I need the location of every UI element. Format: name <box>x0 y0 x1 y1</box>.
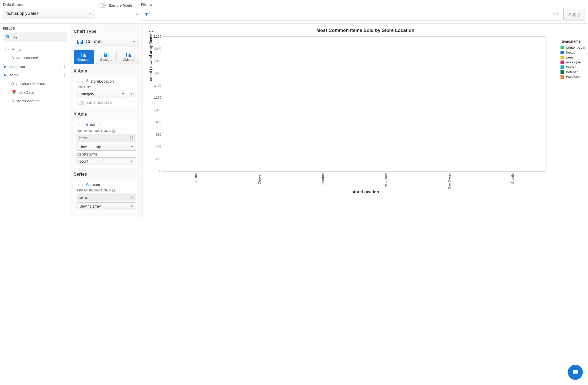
series-field-name: name <box>91 182 100 187</box>
legend-item[interactable]: pens <box>560 55 585 60</box>
info-icon[interactable]: i <box>112 189 115 192</box>
expand-icon[interactable]: » <box>135 11 138 17</box>
chart-type-select[interactable]: Column <box>74 36 139 47</box>
y-axis-field[interactable]: ⋮⋮ # name <box>77 122 136 127</box>
chart-area: count ( unwind array 'items' ) 020040060… <box>162 36 546 171</box>
y-tick: 2,000 <box>149 47 161 51</box>
swatch <box>560 46 564 49</box>
swatch <box>560 56 564 59</box>
field-row-storeLocation[interactable]: ⋮⋮AstoreLocation <box>3 97 67 105</box>
field-row-_id[interactable]: ⋮⋮A_id <box>3 45 67 54</box>
subtype-colored[interactable]: Colored <box>119 50 139 64</box>
legend-item[interactable]: envelopes <box>560 60 585 65</box>
topbar: Data Source test.supplySales Sample Mode… <box>0 0 588 24</box>
search-icon <box>6 35 10 40</box>
chart-type-value: Column <box>86 39 102 44</box>
filter-input-box[interactable]: ▼ ⓧ <box>141 8 561 21</box>
grip-icon: ⋮⋮ <box>4 56 9 60</box>
x-tick: Austin <box>184 171 208 190</box>
sortby-select[interactable]: Category <box>77 90 127 98</box>
svg-point-0 <box>6 35 9 37</box>
chevron-right-icon: ▶ <box>4 73 7 77</box>
bars-icon <box>97 52 115 57</box>
series-field[interactable]: ⋮⋮ A name <box>77 182 136 187</box>
y-reduction-op-select[interactable]: Unwind array <box>77 143 136 151</box>
swatch <box>560 75 564 79</box>
field-row-saleDate[interactable]: ⋮⋮📅saleDate <box>3 88 67 97</box>
caret-down-icon <box>133 41 135 42</box>
info-icon[interactable]: i <box>112 129 115 133</box>
fields-filter-input[interactable] <box>11 35 64 39</box>
y-tick: 600 <box>149 133 161 136</box>
legend-label: laptop <box>566 50 575 54</box>
legend-item[interactable]: binder <box>560 65 585 70</box>
y-axis-label: Y Axis <box>74 112 139 117</box>
series-reduction-op: Unwind array <box>79 204 101 208</box>
legend-label: binder <box>566 65 576 69</box>
legend-item[interactable]: backpack <box>560 75 585 79</box>
x-axis-title: storeLocation <box>148 190 583 194</box>
x-axis-card: ⋮⋮ A storeLocation SORT BY Category ↓↑ L… <box>74 76 139 108</box>
caret-down-icon <box>131 205 133 207</box>
x-tick: New York <box>374 171 398 190</box>
date-type-icon: 📅 <box>11 90 16 95</box>
aggregate-label: AGGREGATE <box>77 153 136 156</box>
y-tick: 1,200 <box>149 96 161 99</box>
y-tick: 800 <box>149 121 161 124</box>
y-tick: 200 <box>149 157 161 161</box>
sample-mode-toggle[interactable] <box>98 3 107 8</box>
x-tick-label: London <box>321 173 325 184</box>
y-reduction-field[interactable]: items [] <box>77 134 136 142</box>
y-axis-field-name: name <box>90 122 100 127</box>
subtype-stacked[interactable]: Stacked <box>96 50 116 64</box>
series-reduction-field-name: items <box>79 195 87 200</box>
caret-down-icon <box>122 93 124 95</box>
chart-type-label: Chart Type <box>74 29 139 34</box>
x-tick-label: New York <box>384 173 388 188</box>
data-source-value: test.supplySales <box>6 11 39 16</box>
field-row-purchaseMethod[interactable]: ⋮⋮ApurchaseMethod <box>3 79 67 88</box>
x-tick: Denver <box>248 171 271 190</box>
subtype-label: Colored <box>120 58 138 62</box>
field-row-customer[interactable]: ▶customer{ } <box>3 62 67 71</box>
legend-item[interactable]: notepad <box>560 70 585 75</box>
y-tick: 1,600 <box>149 71 161 75</box>
subtype-grouped[interactable]: Grouped <box>74 50 94 64</box>
series-reduction-field[interactable]: items [] <box>77 194 136 201</box>
swatch <box>560 65 564 69</box>
string-type-icon: A <box>11 99 14 103</box>
caret-down-icon <box>131 146 133 148</box>
field-name: customer <box>9 64 25 69</box>
subtype-label: Grouped <box>75 58 93 62</box>
legend-label: envelopes <box>566 60 582 64</box>
apply-button[interactable]: Apply <box>563 8 585 21</box>
caret-down-icon <box>89 13 92 14</box>
limit-results-toggle[interactable] <box>77 101 85 105</box>
legend-label: backpack <box>566 75 580 79</box>
x-tick-label: Denver <box>257 173 261 184</box>
y-tick: 400 <box>149 145 161 149</box>
grip-icon: ⋮⋮ <box>4 82 9 85</box>
subtype-label: Stacked <box>97 58 115 62</box>
clear-filter-icon[interactable]: ⓧ <box>553 11 558 17</box>
y-tick: 1,400 <box>149 84 161 87</box>
data-source-select[interactable]: test.supplySales <box>3 8 95 19</box>
fields-header: FIELDS <box>3 27 67 30</box>
legend-item[interactable]: laptop <box>560 50 585 55</box>
series-reduction-op-select[interactable]: Unwind array <box>77 202 136 210</box>
field-name: saleDate <box>18 90 34 95</box>
fields-filter[interactable] <box>3 32 67 42</box>
aggregate-select[interactable]: count <box>77 157 136 165</box>
funnel-icon: ▼ <box>144 12 149 17</box>
x-tick-label: San Diego <box>447 173 451 189</box>
bars-icon <box>120 52 138 57</box>
field-name: items <box>9 73 19 77</box>
svg-line-1 <box>8 37 9 38</box>
x-axis-field[interactable]: ⋮⋮ A storeLocation <box>77 79 136 83</box>
field-row-couponUsed[interactable]: ⋮⋮AcouponUsed <box>3 54 67 62</box>
sort-direction-button[interactable]: ↓↑ <box>129 91 136 97</box>
field-row-items[interactable]: ▶items[ ] <box>3 71 67 79</box>
series-array-red-label: ARRAY REDUCTIONSi <box>77 189 136 192</box>
legend-item[interactable]: printer paper <box>560 45 585 50</box>
y-tick: 1,000 <box>149 108 161 112</box>
